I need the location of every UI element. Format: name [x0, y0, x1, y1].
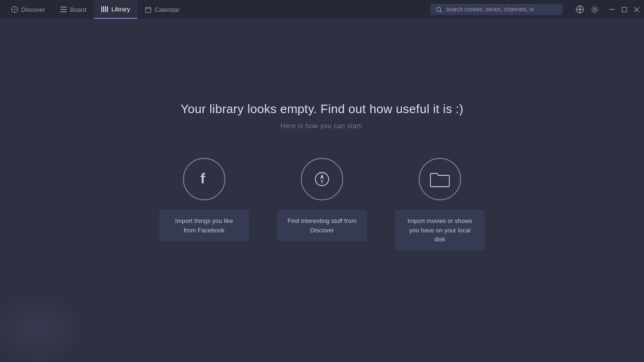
titlebar: Discover Board Li [0, 0, 644, 19]
svg-text:f: f [200, 171, 206, 186]
svg-point-23 [594, 8, 596, 11]
compass-icon [313, 170, 331, 188]
nav-library[interactable]: Library [94, 0, 138, 19]
nav-discover-label: Discover [21, 6, 45, 13]
svg-rect-25 [622, 7, 627, 12]
empty-subtitle: Here is how you can start: [281, 122, 363, 130]
window-controls [608, 6, 640, 13]
action-local[interactable]: Import movies or shows you have on your … [395, 158, 485, 251]
facebook-icon-circle: f [183, 158, 225, 200]
folder-icon [429, 171, 450, 188]
nav-library-label: Library [111, 6, 130, 13]
svg-rect-7 [60, 9, 67, 10]
discover-action-label: Find interesting stuff from Discover [277, 210, 367, 241]
actions-row: f Import things you like from Facebook F… [159, 158, 485, 251]
settings-button[interactable] [591, 6, 599, 14]
facebook-icon: f [196, 171, 212, 187]
minimize-button[interactable] [608, 6, 616, 13]
folder-icon-circle [419, 158, 461, 200]
add-button[interactable] [576, 5, 584, 14]
svg-rect-13 [146, 7, 151, 12]
svg-rect-11 [105, 6, 106, 12]
action-facebook[interactable]: f Import things you like from Facebook [159, 158, 249, 241]
svg-rect-8 [60, 11, 67, 12]
main-content: Your library looks empty. Find out how u… [0, 19, 644, 362]
calendar-icon [145, 7, 151, 13]
svg-rect-6 [60, 7, 67, 8]
nav-calendar-label: Calendar [155, 6, 180, 13]
nav-discover[interactable]: Discover [4, 0, 53, 19]
search-input[interactable] [446, 6, 557, 13]
facebook-action-label: Import things you like from Facebook [159, 210, 249, 241]
header-actions [570, 5, 604, 14]
nav-calendar[interactable]: Calendar [138, 0, 187, 19]
board-icon [60, 7, 67, 12]
nav-board[interactable]: Board [53, 0, 94, 19]
svg-rect-9 [101, 6, 102, 12]
compass-icon-circle [301, 158, 343, 200]
library-icon [101, 6, 108, 12]
empty-title: Your library looks empty. Find out how u… [181, 102, 463, 116]
svg-marker-30 [320, 174, 324, 179]
close-button[interactable] [633, 6, 640, 13]
search-bar[interactable] [430, 4, 562, 15]
svg-line-18 [440, 10, 442, 12]
action-discover[interactable]: Find interesting stuff from Discover [277, 158, 367, 241]
nav-items: Discover Board Li [4, 0, 423, 19]
svg-marker-31 [320, 179, 324, 184]
nav-board-label: Board [70, 6, 87, 13]
svg-point-1 [14, 9, 16, 10]
search-icon [436, 7, 442, 13]
svg-rect-10 [103, 6, 104, 12]
svg-rect-12 [107, 6, 108, 12]
discover-icon [11, 6, 18, 13]
maximize-button[interactable] [620, 6, 628, 13]
local-action-label: Import movies or shows you have on your … [395, 210, 485, 251]
